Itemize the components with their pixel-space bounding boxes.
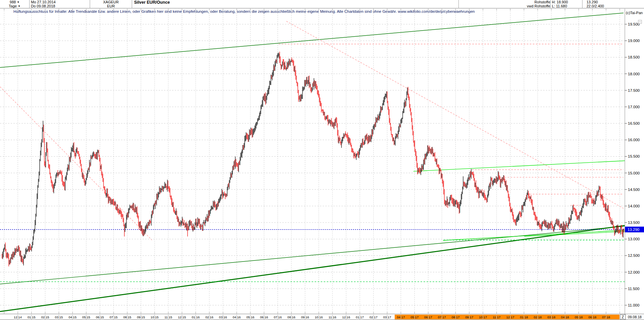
x-axis-month-label: 04 16 (233, 315, 241, 319)
trend-lines (0, 13, 625, 312)
x-axis-month-label: 11 15 (164, 315, 172, 319)
y-axis-tick-label: 18.000 (628, 72, 640, 76)
x-axis-month-label: 07 18 (602, 315, 610, 319)
x-axis-month-label: 03 16 (219, 315, 227, 319)
x-axis-month-label: 09 17 (465, 315, 473, 319)
x-axis-month-label: 12 16 (342, 315, 350, 319)
lower-channel-thick (0, 226, 625, 312)
x-axis-month-label: 12 14 (14, 315, 22, 319)
x-axis-month-label: 03 15 (55, 315, 63, 319)
x-axis-month-label: 01 15 (28, 315, 36, 319)
x-axis-month-label: 07 16 (274, 315, 282, 319)
x-axis-month-label: 02 18 (534, 315, 542, 319)
svg-text:Z: Z (622, 315, 624, 319)
axis-end-date: 09.08.18 (628, 315, 642, 319)
collapse-icon[interactable] (638, 20, 642, 24)
x-axis-month-label: 06 18 (589, 315, 597, 319)
x-axis-month-label: 10 17 (479, 315, 487, 319)
x-axis-month-label: 05 16 (246, 315, 254, 319)
x-axis-month-label: 12 17 (506, 315, 514, 319)
y-axis-tick-label: 18.500 (628, 55, 640, 59)
zoom-button[interactable]: Z (620, 315, 626, 319)
x-axis-month-label: 02 16 (205, 315, 213, 319)
price-chart: 19.50019.00018.50018.00017.50017.00016.5… (0, 0, 644, 320)
y-axis-tick-label: 14.500 (628, 188, 640, 192)
lower-channel-thin (0, 226, 625, 284)
y-axis-tick-label: 16.500 (628, 121, 640, 125)
y-axis-tick-label: 15.500 (628, 154, 640, 158)
x-axis-month-label: 06 17 (424, 315, 432, 319)
x-axis-month-label: 11 17 (493, 315, 500, 319)
red-diagonal-left (0, 87, 152, 240)
x-axis-month-label: 12 15 (178, 315, 186, 319)
x-axis-month-label: 02 17 (369, 315, 377, 319)
x-axis-month-label: 11 16 (329, 315, 336, 319)
x-axis-month-label: 04 15 (69, 315, 77, 319)
y-axis-tick-label: 13.500 (628, 221, 640, 225)
x-axis-month-label: 10 16 (315, 315, 323, 319)
x-axis-month-label: 06 16 (260, 315, 268, 319)
x-axis-month-label: 06 15 (96, 315, 104, 319)
x-axis-month-label: 10 15 (151, 315, 159, 319)
y-axis-tick-label: 13.000 (628, 237, 640, 241)
y-axis-tick-label: 17.000 (628, 105, 640, 109)
x-axis-month-label: 05 17 (410, 315, 418, 319)
price-bars (2, 52, 624, 267)
x-axis-month-label: 04 18 (561, 315, 569, 319)
y-axis-tick-label: 14.000 (628, 204, 640, 208)
x-axis-month-label: 03 18 (547, 315, 555, 319)
x-axis-month-label: 01 18 (520, 315, 528, 319)
x-axis-month-label: 01 16 (192, 315, 200, 319)
y-axis-tick-label: 16.000 (628, 138, 640, 142)
x-axis-month-label: 09 16 (301, 315, 309, 319)
x-axis-month-label: 07 15 (110, 315, 118, 319)
support-light-1 (443, 230, 625, 240)
taipan-chart-window: 988▼ Tage▼ Mo 27.10.2014 Do 09.08.2018 X… (0, 0, 644, 320)
y-axis-tick-label: 12.500 (628, 253, 640, 257)
svg-text:13.290: 13.290 (628, 228, 639, 232)
y-axis-tick-label: 15.000 (628, 171, 640, 175)
x-axis-month-label: 08 17 (452, 315, 460, 319)
x-axis-month-label: 01 17 (356, 315, 364, 319)
y-axis-tick-label: 11.000 (628, 303, 639, 307)
y-axis-tick-label: 17.500 (628, 88, 640, 92)
upper-channel (0, 13, 623, 68)
plot-borders (0, 9, 644, 320)
x-axis-month-label: 02 15 (41, 315, 49, 319)
x-axis-month-label: 04 17 (397, 315, 405, 319)
x-axis-month-label: 05 18 (575, 315, 583, 319)
y-axis-labels: 19.50019.00018.50018.00017.50017.00016.5… (625, 22, 640, 307)
y-axis-tick-label: 11.500 (628, 287, 639, 291)
red-diagonal-main (286, 21, 623, 208)
grid-lines (0, 9, 625, 314)
y-axis-tick-label: 19.000 (628, 39, 640, 43)
x-axis-month-label: 09 15 (137, 315, 145, 319)
x-axis-month-label: 08 15 (123, 315, 131, 319)
y-axis-tick-label: 12.000 (628, 270, 640, 274)
current-price-label: 13.290 (625, 227, 644, 232)
y-axis-tick-label: 19.500 (628, 22, 640, 26)
x-axis-month-label: 07 17 (438, 315, 446, 319)
x-axis-strip: 12 1401 1502 1503 1504 1505 1506 1507 15… (14, 315, 642, 319)
x-axis-month-label: 08 16 (287, 315, 295, 319)
x-axis-month-label: 03 17 (383, 315, 391, 319)
x-axis-month-label: 05 15 (82, 315, 90, 319)
